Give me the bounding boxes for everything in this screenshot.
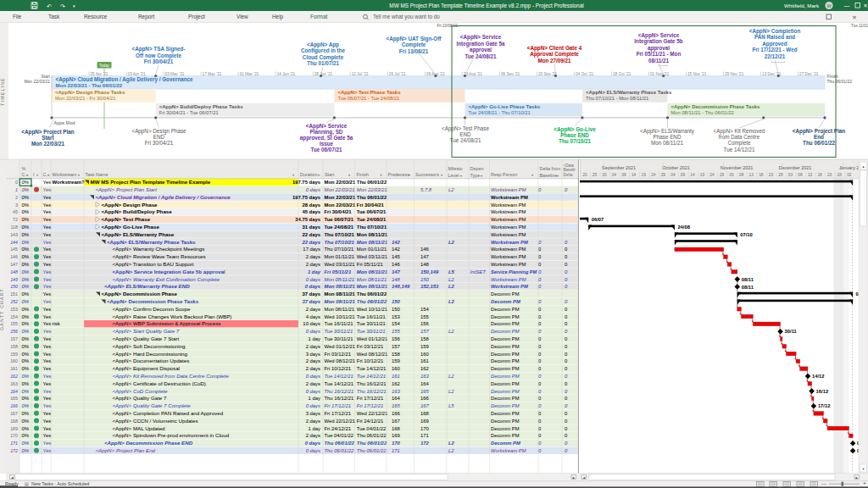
svg-text:Yes: Yes xyxy=(43,366,52,371)
svg-text:2 days: 2 days xyxy=(306,419,320,424)
svg-text:168: 168 xyxy=(10,419,18,424)
svg-text:<AppN> Project Plan Start: <AppN> Project Plan Start xyxy=(96,186,158,192)
svg-text:L2: L2 xyxy=(448,448,454,453)
svg-text:Workstream PM: Workstream PM xyxy=(491,254,526,259)
svg-text:Delta: Delta xyxy=(564,173,573,177)
svg-text:160: 160 xyxy=(420,352,430,357)
svg-text:▶: ▶ xyxy=(572,476,575,480)
svg-text:Fri 17/12/21: Fri 17/12/21 xyxy=(357,396,383,401)
svg-text:Decomm PM: Decomm PM xyxy=(491,352,520,357)
svg-text:<AppN> MAL Updated: <AppN> MAL Updated xyxy=(113,425,166,431)
svg-text:72: 72 xyxy=(13,217,18,222)
svg-text:14: 14 xyxy=(632,173,637,177)
svg-text:Thu 16/12/21: Thu 16/12/21 xyxy=(357,389,387,394)
svg-text:170: 170 xyxy=(420,426,430,431)
svg-text:159: 159 xyxy=(392,358,400,363)
svg-text:2 days: 2 days xyxy=(306,366,320,371)
svg-text:<AppN> Soft Decommissioning: <AppN> Soft Decommissioning xyxy=(113,343,186,349)
svg-text:166: 166 xyxy=(420,396,430,401)
svg-text:▾: ▾ xyxy=(47,173,49,177)
svg-text:0%: 0% xyxy=(22,389,30,394)
svg-text:Thu 06/01/22: Thu 06/01/22 xyxy=(325,448,354,453)
svg-text:<AppN> ELS/Warranty Phase END: <AppN> ELS/Warranty Phase END xyxy=(104,283,190,289)
svg-text:147: 147 xyxy=(420,254,429,259)
svg-text:View: View xyxy=(236,14,248,19)
svg-text:Thu 06/01/22: Thu 06/01/22 xyxy=(357,441,387,446)
svg-text:0%: 0% xyxy=(22,433,30,438)
svg-text:Mon 27/09/21: Mon 27/09/21 xyxy=(537,58,571,64)
svg-text:▾: ▾ xyxy=(36,173,38,177)
svg-text:Workstream PM: Workstream PM xyxy=(491,187,526,192)
svg-text:▤: ▤ xyxy=(25,481,29,486)
svg-text:29: 29 xyxy=(661,173,666,177)
svg-text:Mon 08/11/21: Mon 08/11/21 xyxy=(325,291,356,297)
svg-text:Decomm PM: Decomm PM xyxy=(491,426,520,431)
svg-text:24: 24 xyxy=(709,173,715,177)
svg-text:164: 164 xyxy=(10,389,18,394)
svg-text:Decomm PM: Decomm PM xyxy=(491,396,520,401)
svg-text:30/11: 30/11 xyxy=(785,329,798,334)
svg-text:Tue 14/12/21: Tue 14/12/21 xyxy=(357,374,386,379)
svg-text:Ready: Ready xyxy=(5,481,19,486)
svg-text:Level: Level xyxy=(448,173,459,178)
svg-text:<AppN> CCCN / Volumetric Updat: <AppN> CCCN / Volumetric Updates xyxy=(113,418,198,424)
svg-text:0%: 0% xyxy=(22,374,30,379)
svg-text:161: 161 xyxy=(10,366,18,371)
svg-text:Wed 01/12/21: Wed 01/12/21 xyxy=(325,344,356,349)
svg-text:L2: L2 xyxy=(448,277,454,282)
svg-text:162: 162 xyxy=(420,366,429,371)
svg-text:0%: 0% xyxy=(22,366,30,371)
svg-text:150: 150 xyxy=(10,284,18,289)
svg-text:Fri 05/11/21 - Mon: Fri 05/11/21 - Mon xyxy=(637,51,682,57)
svg-text:Decomm PM: Decomm PM xyxy=(491,291,520,297)
svg-text:151: 151 xyxy=(10,291,18,297)
svg-text:154: 154 xyxy=(420,307,430,312)
svg-text:Tue 06/07/21: Tue 06/07/21 xyxy=(311,147,342,152)
svg-text:31 days: 31 days xyxy=(302,225,320,230)
svg-text:167: 167 xyxy=(10,411,18,416)
svg-text:160: 160 xyxy=(392,366,401,371)
svg-text:<AppN> Decommission Phase END: <AppN> Decommission Phase END xyxy=(104,440,193,446)
svg-text:L5: L5 xyxy=(448,403,454,408)
svg-text:145: 145 xyxy=(392,254,401,259)
svg-text:<AppN> Documentation Updates: <AppN> Documentation Updates xyxy=(113,358,190,363)
svg-text:Thu 07/10/21: Thu 07/10/21 xyxy=(325,240,354,245)
svg-text:09: 09 xyxy=(621,173,626,177)
svg-text:0%: 0% xyxy=(22,247,30,252)
svg-text:Format: Format xyxy=(310,14,327,19)
svg-text:from Data Centre: from Data Centre xyxy=(719,134,760,140)
svg-text:▾: ▾ xyxy=(557,174,559,178)
svg-text:0%: 0% xyxy=(22,329,30,334)
svg-text:Service Planning PM: Service Planning PM xyxy=(491,269,537,274)
svg-text:Mon 22/03/21: Mon 22/03/21 xyxy=(24,79,50,84)
svg-text:0 days: 0 days xyxy=(305,284,321,289)
svg-text:0 days: 0 days xyxy=(306,187,320,192)
svg-text:0%: 0% xyxy=(22,202,30,208)
svg-text:31 May '21: 31 May '21 xyxy=(240,72,259,76)
svg-text:▾: ▾ xyxy=(460,174,462,178)
svg-text:MW MS Project Plan Template Ti: MW MS Project Plan Template Timeline Exa… xyxy=(389,3,583,9)
svg-text:Report: Report xyxy=(138,14,154,20)
svg-text:3 days: 3 days xyxy=(306,352,320,357)
svg-text:Decomm PM: Decomm PM xyxy=(491,374,520,379)
svg-text:Yes: Yes xyxy=(43,277,52,282)
svg-text:Finish: Finish xyxy=(357,172,369,177)
svg-text:0%: 0% xyxy=(22,187,30,192)
svg-text:✕: ✕ xyxy=(863,3,867,8)
svg-text:Fri 13/08/21: Fri 13/08/21 xyxy=(399,48,429,54)
svg-text:✕: ✕ xyxy=(852,14,856,20)
svg-text:Mon 08/11/21: Mon 08/11/21 xyxy=(325,299,355,304)
svg-text:155: 155 xyxy=(392,329,401,334)
svg-text:01 Nov '21: 01 Nov '21 xyxy=(650,72,670,76)
svg-text:▾: ▾ xyxy=(481,174,482,178)
svg-text:163: 163 xyxy=(10,381,18,386)
svg-text:Thu 06/01/22: Thu 06/01/22 xyxy=(803,140,835,146)
svg-text:20: 20 xyxy=(582,173,587,177)
svg-text:166: 166 xyxy=(10,403,18,408)
svg-text:<AppN> ELS/Warranty Phase Task: <AppN> ELS/Warranty Phase Tasks xyxy=(107,239,196,245)
svg-text:150: 150 xyxy=(392,299,401,304)
svg-text:164: 164 xyxy=(420,381,430,386)
svg-text:166: 166 xyxy=(392,411,401,416)
svg-text:172: 172 xyxy=(420,441,430,446)
svg-text:W: W xyxy=(826,3,832,8)
